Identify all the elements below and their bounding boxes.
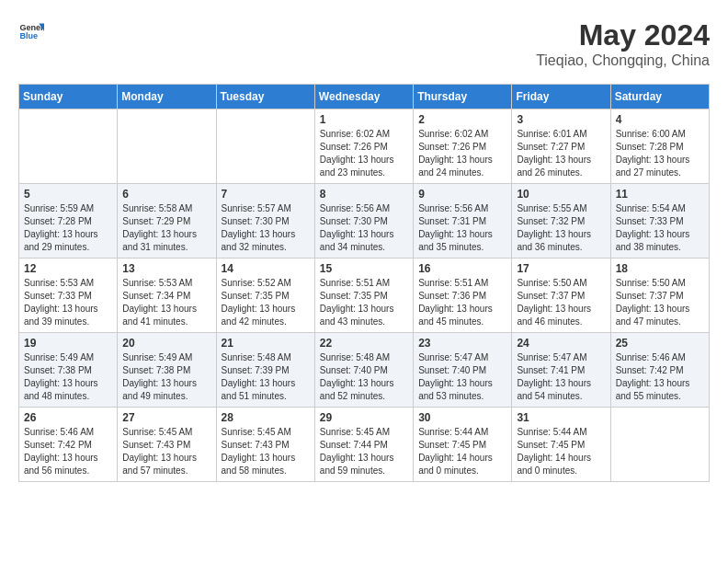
calendar-day-cell: 22 Sunrise: 5:48 AMSunset: 7:40 PMDaylig… (314, 333, 413, 408)
calendar-day-cell: 28 Sunrise: 5:45 AMSunset: 7:43 PMDaylig… (216, 408, 314, 482)
day-info: Sunrise: 5:54 AMSunset: 7:33 PMDaylight:… (616, 202, 704, 254)
day-info: Sunrise: 5:46 AMSunset: 7:42 PMDaylight:… (616, 351, 704, 403)
calendar-week-row: 19 Sunrise: 5:49 AMSunset: 7:38 PMDaylig… (19, 333, 710, 408)
day-info: Sunrise: 5:45 AMSunset: 7:44 PMDaylight:… (320, 426, 408, 477)
calendar-day-cell: 18 Sunrise: 5:50 AMSunset: 7:37 PMDaylig… (610, 259, 709, 333)
calendar-day-cell: 1 Sunrise: 6:02 AMSunset: 7:26 PMDayligh… (314, 109, 413, 184)
calendar-day-cell: 26 Sunrise: 5:46 AMSunset: 7:42 PMDaylig… (19, 408, 118, 482)
calendar-day-cell: 8 Sunrise: 5:56 AMSunset: 7:30 PMDayligh… (314, 184, 413, 259)
day-info: Sunrise: 5:52 AMSunset: 7:35 PMDaylight:… (222, 277, 310, 328)
calendar-day-cell (216, 109, 314, 184)
day-number: 26 (24, 411, 112, 424)
calendar-day-cell: 4 Sunrise: 6:00 AMSunset: 7:28 PMDayligh… (610, 109, 709, 184)
day-number: 16 (418, 262, 506, 275)
calendar-day-cell: 7 Sunrise: 5:57 AMSunset: 7:30 PMDayligh… (216, 184, 314, 259)
calendar-day-cell: 5 Sunrise: 5:59 AMSunset: 7:28 PMDayligh… (19, 184, 118, 259)
day-info: Sunrise: 5:53 AMSunset: 7:33 PMDaylight:… (24, 277, 112, 328)
calendar-day-cell: 21 Sunrise: 5:48 AMSunset: 7:39 PMDaylig… (216, 333, 314, 408)
day-number: 6 (122, 188, 210, 201)
day-number: 18 (616, 262, 704, 275)
calendar-day-cell (610, 408, 709, 482)
day-number: 28 (222, 411, 310, 424)
calendar-day-cell: 24 Sunrise: 5:47 AMSunset: 7:41 PMDaylig… (512, 333, 610, 408)
day-info: Sunrise: 5:55 AMSunset: 7:32 PMDaylight:… (517, 202, 605, 254)
logo-icon: General Blue (18, 18, 44, 44)
day-number: 17 (517, 262, 605, 275)
day-info: Sunrise: 5:48 AMSunset: 7:39 PMDaylight:… (222, 351, 310, 403)
calendar-day-cell: 19 Sunrise: 5:49 AMSunset: 7:38 PMDaylig… (19, 333, 118, 408)
calendar-day-cell: 20 Sunrise: 5:49 AMSunset: 7:38 PMDaylig… (118, 333, 216, 408)
page-header: General Blue May 2024 Tieqiao, Chongqing… (18, 18, 710, 69)
day-number: 8 (320, 188, 408, 201)
calendar-week-row: 5 Sunrise: 5:59 AMSunset: 7:28 PMDayligh… (19, 184, 710, 259)
day-number: 31 (517, 411, 605, 424)
day-number: 1 (320, 113, 408, 126)
calendar-day-cell: 17 Sunrise: 5:50 AMSunset: 7:37 PMDaylig… (512, 259, 610, 333)
calendar-week-row: 26 Sunrise: 5:46 AMSunset: 7:42 PMDaylig… (19, 408, 710, 482)
day-number: 7 (222, 188, 310, 201)
day-info: Sunrise: 5:50 AMSunset: 7:37 PMDaylight:… (517, 277, 605, 328)
day-info: Sunrise: 5:56 AMSunset: 7:31 PMDaylight:… (418, 202, 506, 254)
location: Tieqiao, Chongqing, China (536, 52, 710, 69)
day-number: 29 (320, 411, 408, 424)
day-number: 5 (24, 188, 112, 201)
day-number: 10 (517, 188, 605, 201)
day-info: Sunrise: 6:02 AMSunset: 7:26 PMDaylight:… (320, 128, 408, 179)
day-info: Sunrise: 5:48 AMSunset: 7:40 PMDaylight:… (320, 351, 408, 403)
day-number: 3 (517, 113, 605, 126)
logo: General Blue (18, 18, 44, 44)
day-number: 12 (24, 262, 112, 275)
calendar-day-cell: 27 Sunrise: 5:45 AMSunset: 7:43 PMDaylig… (118, 408, 216, 482)
calendar-day-cell: 25 Sunrise: 5:46 AMSunset: 7:42 PMDaylig… (610, 333, 709, 408)
weekday-header: Friday (512, 85, 610, 109)
day-number: 23 (418, 337, 506, 350)
day-info: Sunrise: 5:45 AMSunset: 7:43 PMDaylight:… (222, 426, 310, 477)
calendar-day-cell: 23 Sunrise: 5:47 AMSunset: 7:40 PMDaylig… (414, 333, 512, 408)
svg-text:Blue: Blue (19, 31, 38, 40)
day-info: Sunrise: 5:53 AMSunset: 7:34 PMDaylight:… (122, 277, 210, 328)
calendar-day-cell: 31 Sunrise: 5:44 AMSunset: 7:45 PMDaylig… (512, 408, 610, 482)
day-info: Sunrise: 5:57 AMSunset: 7:30 PMDaylight:… (222, 202, 310, 254)
day-number: 11 (616, 188, 704, 201)
day-number: 20 (122, 337, 210, 350)
day-info: Sunrise: 5:58 AMSunset: 7:29 PMDaylight:… (122, 202, 210, 254)
day-info: Sunrise: 5:44 AMSunset: 7:45 PMDaylight:… (418, 426, 506, 477)
calendar-day-cell: 9 Sunrise: 5:56 AMSunset: 7:31 PMDayligh… (414, 184, 512, 259)
day-number: 27 (122, 411, 210, 424)
day-number: 22 (320, 337, 408, 350)
calendar-day-cell: 30 Sunrise: 5:44 AMSunset: 7:45 PMDaylig… (414, 408, 512, 482)
day-number: 19 (24, 337, 112, 350)
day-info: Sunrise: 6:01 AMSunset: 7:27 PMDaylight:… (517, 128, 605, 179)
day-info: Sunrise: 5:49 AMSunset: 7:38 PMDaylight:… (24, 351, 112, 403)
day-info: Sunrise: 6:02 AMSunset: 7:26 PMDaylight:… (418, 128, 506, 179)
day-info: Sunrise: 5:56 AMSunset: 7:30 PMDaylight:… (320, 202, 408, 254)
day-number: 24 (517, 337, 605, 350)
day-number: 15 (320, 262, 408, 275)
calendar-day-cell: 15 Sunrise: 5:51 AMSunset: 7:35 PMDaylig… (314, 259, 413, 333)
calendar-day-cell: 11 Sunrise: 5:54 AMSunset: 7:33 PMDaylig… (610, 184, 709, 259)
weekday-header: Thursday (414, 85, 512, 109)
calendar-week-row: 12 Sunrise: 5:53 AMSunset: 7:33 PMDaylig… (19, 259, 710, 333)
day-number: 30 (418, 411, 506, 424)
day-info: Sunrise: 5:59 AMSunset: 7:28 PMDaylight:… (24, 202, 112, 254)
day-info: Sunrise: 5:46 AMSunset: 7:42 PMDaylight:… (24, 426, 112, 477)
calendar-day-cell: 10 Sunrise: 5:55 AMSunset: 7:32 PMDaylig… (512, 184, 610, 259)
calendar-day-cell (19, 109, 118, 184)
day-info: Sunrise: 5:45 AMSunset: 7:43 PMDaylight:… (122, 426, 210, 477)
weekday-header: Wednesday (314, 85, 413, 109)
calendar-day-cell (118, 109, 216, 184)
weekday-header: Tuesday (216, 85, 314, 109)
day-number: 2 (418, 113, 506, 126)
day-number: 14 (222, 262, 310, 275)
day-info: Sunrise: 5:50 AMSunset: 7:37 PMDaylight:… (616, 277, 704, 328)
calendar-day-cell: 16 Sunrise: 5:51 AMSunset: 7:36 PMDaylig… (414, 259, 512, 333)
day-number: 9 (418, 188, 506, 201)
calendar-day-cell: 12 Sunrise: 5:53 AMSunset: 7:33 PMDaylig… (19, 259, 118, 333)
day-info: Sunrise: 5:49 AMSunset: 7:38 PMDaylight:… (122, 351, 210, 403)
day-number: 21 (222, 337, 310, 350)
day-info: Sunrise: 5:47 AMSunset: 7:41 PMDaylight:… (517, 351, 605, 403)
day-info: Sunrise: 5:44 AMSunset: 7:45 PMDaylight:… (517, 426, 605, 477)
day-number: 25 (616, 337, 704, 350)
weekday-header: Sunday (19, 85, 118, 109)
calendar-header: SundayMondayTuesdayWednesdayThursdayFrid… (19, 85, 710, 109)
